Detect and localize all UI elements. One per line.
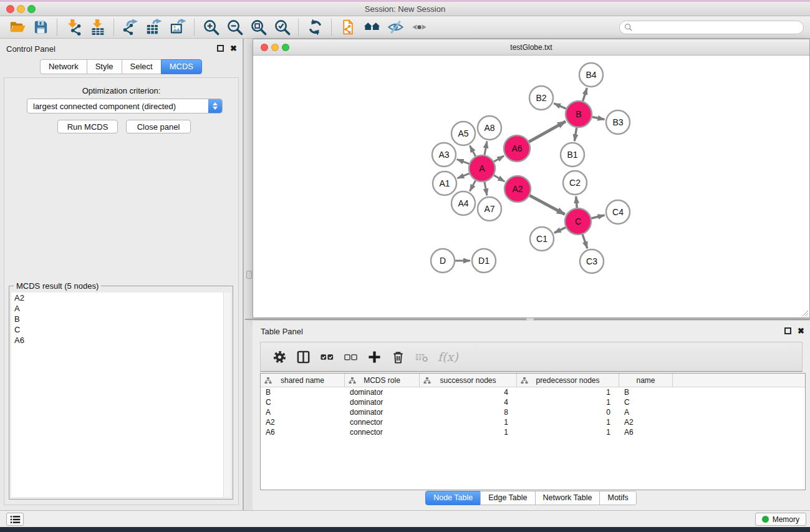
- new-network-from-selection-button[interactable]: [336, 18, 360, 37]
- cell-shared-name[interactable]: C: [261, 397, 345, 407]
- cell-MCDS-role[interactable]: connector: [345, 417, 420, 427]
- edge-A-A5[interactable]: [470, 145, 475, 156]
- vertical-splitter-handle[interactable]: [246, 271, 252, 279]
- result-item-b[interactable]: B: [11, 314, 231, 324]
- edge-C-C1[interactable]: [554, 228, 566, 233]
- cell-successor-nodes[interactable]: 8: [420, 407, 517, 417]
- result-scrollbar[interactable]: [223, 293, 231, 497]
- edge-B-B3[interactable]: [592, 117, 605, 119]
- table-row[interactable]: Bdominator41B: [261, 387, 805, 397]
- edge-A-A8[interactable]: [485, 142, 487, 155]
- import-table-button[interactable]: [85, 18, 109, 37]
- tab-mcds[interactable]: MCDS: [161, 59, 202, 74]
- edge-A-A2[interactable]: [494, 175, 504, 181]
- network-canvas[interactable]: AA1A2A3A4A5A6A7A8BB1B2B3B4CC1C2C3C4DD1: [253, 56, 809, 317]
- tab-edge-table[interactable]: Edge Table: [480, 491, 535, 505]
- task-history-button[interactable]: [6, 513, 24, 526]
- cell-predecessor-nodes[interactable]: 1: [517, 427, 619, 437]
- export-table-button[interactable]: [142, 18, 166, 37]
- close-panel-button[interactable]: Close panel: [126, 120, 191, 133]
- table-panel-close-button[interactable]: ✖: [798, 327, 804, 335]
- column-header-name[interactable]: name: [619, 374, 673, 387]
- cell-shared-name[interactable]: B: [261, 387, 345, 397]
- memory-button[interactable]: Memory: [755, 513, 806, 526]
- delete-row-button[interactable]: [388, 347, 408, 367]
- table-panel-float-button[interactable]: [784, 327, 791, 334]
- edge-A-A3[interactable]: [457, 159, 470, 163]
- cell-predecessor-nodes[interactable]: 1: [517, 417, 619, 427]
- cell-successor-nodes[interactable]: 4: [420, 387, 517, 397]
- delete-table-button[interactable]: [412, 347, 432, 367]
- cell-name[interactable]: C: [619, 397, 673, 407]
- cell-shared-name[interactable]: A6: [261, 427, 345, 437]
- result-item-a[interactable]: A: [11, 303, 231, 314]
- table-row[interactable]: Cdominator41C: [261, 397, 805, 407]
- table-row[interactable]: A2connector11A2: [261, 417, 805, 427]
- edge-B-B1[interactable]: [574, 128, 576, 142]
- column-header-predecessor-nodes[interactable]: predecessor nodes: [517, 374, 619, 387]
- cell-predecessor-nodes[interactable]: 0: [517, 407, 619, 417]
- table-row[interactable]: A6connector11A6: [261, 427, 805, 437]
- cell-successor-nodes[interactable]: 4: [420, 397, 517, 407]
- refresh-button[interactable]: [303, 18, 327, 37]
- control-panel-close-button[interactable]: ✖: [230, 44, 237, 52]
- open-session-button[interactable]: [5, 18, 29, 37]
- cell-successor-nodes[interactable]: 1: [420, 427, 517, 437]
- edge-A-A6[interactable]: [494, 156, 504, 162]
- table-settings-button[interactable]: [269, 347, 289, 367]
- cell-name[interactable]: A2: [619, 417, 673, 427]
- search-input[interactable]: [635, 23, 799, 32]
- cell-shared-name[interactable]: A2: [261, 417, 345, 427]
- edge-C-C4[interactable]: [591, 215, 604, 218]
- cell-name[interactable]: A: [619, 407, 673, 417]
- run-mcds-button[interactable]: Run MCDS: [57, 120, 118, 133]
- cell-MCDS-role[interactable]: dominator: [345, 387, 420, 397]
- function-builder-button[interactable]: f(x): [438, 350, 458, 364]
- cell-predecessor-nodes[interactable]: 1: [517, 387, 619, 397]
- cell-MCDS-role[interactable]: dominator: [345, 397, 420, 407]
- zoom-fit-button[interactable]: [246, 18, 270, 37]
- show-all-button[interactable]: [407, 18, 431, 37]
- show-columns-button[interactable]: [293, 347, 313, 367]
- select-all-button[interactable]: [317, 347, 337, 367]
- edge-A-A7[interactable]: [485, 182, 487, 196]
- result-item-a6[interactable]: A6: [11, 335, 231, 346]
- table-row[interactable]: Adominator80A: [261, 407, 805, 417]
- edge-B-B2[interactable]: [554, 104, 566, 109]
- column-header-successor-nodes[interactable]: successor nodes: [420, 374, 517, 387]
- import-network-button[interactable]: [62, 18, 85, 37]
- zoom-out-button[interactable]: [223, 18, 246, 37]
- tab-motifs[interactable]: Motifs: [599, 491, 636, 505]
- deselect-all-button[interactable]: [340, 347, 360, 367]
- window-resize-grip[interactable]: [800, 308, 809, 317]
- edge-C-C3[interactable]: [582, 235, 587, 248]
- save-session-button[interactable]: [29, 18, 52, 37]
- control-panel-float-button[interactable]: [217, 45, 224, 52]
- edge-B-B4[interactable]: [583, 88, 587, 101]
- cell-shared-name[interactable]: A: [261, 407, 345, 417]
- cell-MCDS-role[interactable]: dominator: [345, 407, 420, 417]
- cell-MCDS-role[interactable]: connector: [345, 427, 420, 437]
- cell-name[interactable]: A6: [619, 427, 673, 437]
- criterion-dropdown[interactable]: largest connected component (directed): [27, 99, 223, 114]
- cell-successor-nodes[interactable]: 1: [420, 417, 517, 427]
- column-header-MCDS-role[interactable]: MCDS role: [345, 374, 420, 387]
- edge-A-A4[interactable]: [470, 180, 475, 191]
- edge-A2-C[interactable]: [529, 195, 564, 214]
- result-item-c[interactable]: C: [11, 324, 231, 335]
- tab-network[interactable]: Network: [40, 59, 87, 74]
- home-button[interactable]: [360, 18, 383, 37]
- edge-C-C2[interactable]: [576, 196, 577, 208]
- cell-name[interactable]: B: [619, 387, 673, 397]
- cell-predecessor-nodes[interactable]: 1: [517, 397, 619, 407]
- result-item-a2[interactable]: A2: [11, 293, 231, 303]
- tab-node-table[interactable]: Node Table: [425, 491, 481, 505]
- export-network-button[interactable]: [118, 18, 142, 37]
- add-row-button[interactable]: [364, 347, 384, 367]
- tab-style[interactable]: Style: [87, 59, 122, 74]
- edge-A-A1[interactable]: [457, 173, 469, 178]
- zoom-selected-button[interactable]: [270, 18, 294, 37]
- hide-selected-button[interactable]: [383, 18, 407, 37]
- column-header-shared-name[interactable]: shared name: [261, 374, 345, 387]
- zoom-in-button[interactable]: [199, 18, 223, 37]
